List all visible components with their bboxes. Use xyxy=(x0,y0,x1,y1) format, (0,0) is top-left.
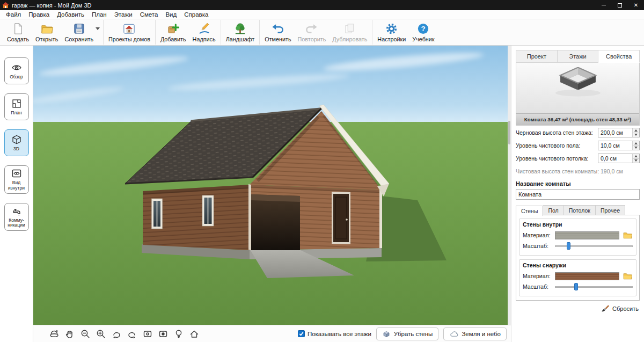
spin-down-button[interactable] xyxy=(633,159,639,163)
panel-tabs: Проект Этажи Свойства xyxy=(516,50,640,63)
undo-button[interactable]: Отменить xyxy=(261,20,294,45)
menu-floors[interactable]: Этажи xyxy=(111,11,136,18)
material-label: Материал: xyxy=(523,232,552,238)
tutorial-button[interactable]: ? Учебник xyxy=(409,20,437,45)
hand-icon xyxy=(64,329,75,339)
menu-file[interactable]: Файл xyxy=(2,11,25,18)
sidebar-item-overview[interactable]: Обзор xyxy=(4,57,29,84)
menu-edit[interactable]: Правка xyxy=(25,11,53,18)
duplicate-button[interactable]: Дублировать xyxy=(329,20,370,45)
floor-level-spinner[interactable]: 10,0 см xyxy=(598,141,640,150)
spin-up-button[interactable] xyxy=(633,154,639,159)
landscape-button[interactable]: Ландшафт xyxy=(223,20,258,45)
walls-subpanel: Стены внутри Материал: Масштаб: xyxy=(516,215,640,301)
sidebar-item-3d[interactable]: 3D xyxy=(4,129,29,156)
house-catalog-icon xyxy=(122,22,136,35)
walls-inside-group: Стены внутри Материал: Масштаб: xyxy=(519,219,636,256)
3d-viewport[interactable] xyxy=(33,46,511,325)
slider-thumb[interactable] xyxy=(574,283,578,290)
slider-thumb[interactable] xyxy=(567,242,570,250)
sidebar-item-communications[interactable]: Комму-никации xyxy=(4,203,29,231)
svg-text:?: ? xyxy=(421,25,426,33)
properties-panel: Проект Этажи Свойства Комната 36,47 м² (… xyxy=(511,46,644,342)
spin-up-button[interactable] xyxy=(633,141,639,146)
reset-button[interactable]: Сбросить xyxy=(516,301,640,317)
settings-button[interactable]: Настройки xyxy=(374,20,409,45)
minimize-button[interactable] xyxy=(596,0,612,10)
slider-track[interactable] xyxy=(555,286,633,288)
menu-add[interactable]: Добавить xyxy=(53,11,88,18)
house-projects-button[interactable]: Проекты домов xyxy=(105,20,153,45)
remove-walls-button[interactable]: Убрать стены xyxy=(376,328,439,340)
home-icon xyxy=(189,329,200,339)
menu-help[interactable]: Справка xyxy=(180,11,212,18)
tab-properties[interactable]: Свойства xyxy=(598,50,640,63)
close-button[interactable]: ✕ xyxy=(628,0,644,10)
label-button[interactable]: Надпись xyxy=(189,20,219,45)
left-sidebar: Обзор План 3D Вид изнутри xyxy=(0,46,33,342)
subtab-other[interactable]: Прочее xyxy=(596,205,625,215)
menu-estimate[interactable]: Смета xyxy=(136,11,162,18)
ceiling-level-spinner[interactable]: 0,0 см xyxy=(598,154,640,163)
spin-up-button[interactable] xyxy=(633,128,639,133)
spin-down-button[interactable] xyxy=(633,133,639,137)
window-title: гараж — копия - Мой Дом 3D xyxy=(12,2,91,9)
new-button[interactable]: Создать xyxy=(4,20,32,45)
show-all-floors-label[interactable]: Показывать все этажи xyxy=(308,331,371,337)
light-bulb-icon xyxy=(173,329,184,339)
toolbar: Создать Открыть Сохранить xyxy=(0,19,644,46)
lighting-button[interactable] xyxy=(172,327,186,341)
camera-view-alt-button[interactable] xyxy=(156,327,170,341)
sidebar-item-interior-view[interactable]: Вид изнутри xyxy=(4,165,29,194)
clean-height-note: Чистовая высота стен комнаты: 190,0 см xyxy=(516,168,640,174)
subtab-ceiling[interactable]: Потолок xyxy=(564,205,596,215)
field-label: Черновая высота стен этажа: xyxy=(516,129,593,136)
save-button[interactable]: Сохранить xyxy=(61,20,97,45)
tab-project[interactable]: Проект xyxy=(516,50,558,63)
open-button[interactable]: Открыть xyxy=(32,20,61,45)
tab-floors[interactable]: Этажи xyxy=(558,50,599,63)
rotate-ccw-button[interactable] xyxy=(109,327,123,341)
gear-icon xyxy=(385,22,398,35)
spin-down-button[interactable] xyxy=(633,146,639,150)
floor-plan-icon xyxy=(11,98,22,109)
maximize-button[interactable] xyxy=(612,0,628,10)
pan-button[interactable] xyxy=(63,327,77,341)
sidebar-item-plan[interactable]: План xyxy=(4,93,29,120)
wall-height-spinner[interactable]: 200,0 см xyxy=(598,128,640,137)
zoom-out-button[interactable] xyxy=(78,327,92,341)
room-preview-image xyxy=(516,63,639,113)
sky-ground-button[interactable]: Земля и небо xyxy=(443,328,507,340)
menu-view[interactable]: Вид xyxy=(162,11,180,18)
subtab-walls[interactable]: Стены xyxy=(516,206,543,216)
undo-icon xyxy=(271,22,284,35)
zoom-in-button[interactable] xyxy=(94,327,108,341)
maximize-icon xyxy=(618,3,622,8)
rotate-cw-button[interactable] xyxy=(125,327,139,341)
scale-slider-inside[interactable] xyxy=(555,242,633,250)
reset-label: Сбросить xyxy=(612,305,639,312)
material-swatch-inside[interactable] xyxy=(555,231,619,239)
scrollbar-handle[interactable] xyxy=(508,121,510,144)
pencil-label-icon xyxy=(197,22,211,35)
orbit-360-button[interactable] xyxy=(47,327,61,341)
viewport-scrollbar[interactable] xyxy=(508,46,511,325)
material-swatch-outside[interactable] xyxy=(555,272,619,280)
subtab-floor[interactable]: Пол xyxy=(543,205,564,215)
redo-button[interactable]: Повторить xyxy=(295,20,330,45)
save-dropdown-icon[interactable] xyxy=(96,27,100,30)
browse-material-inside-button[interactable] xyxy=(622,231,633,239)
add-object-button[interactable]: Добавить xyxy=(157,20,189,45)
walls-inside-title: Стены внутри xyxy=(523,221,633,228)
room-name-input[interactable] xyxy=(516,189,640,200)
show-all-floors-checkbox[interactable] xyxy=(298,330,305,337)
menu-plan[interactable]: План xyxy=(88,11,111,18)
garage-opening xyxy=(251,194,300,250)
room-name-header: Название комнаты xyxy=(516,180,640,187)
cloud-icon xyxy=(449,330,458,338)
browse-material-outside-button[interactable] xyxy=(622,272,633,280)
scale-slider-outside[interactable] xyxy=(555,282,633,291)
home-view-button[interactable] xyxy=(187,327,201,341)
camera-view-button[interactable] xyxy=(141,327,155,341)
folder-icon xyxy=(623,232,632,239)
